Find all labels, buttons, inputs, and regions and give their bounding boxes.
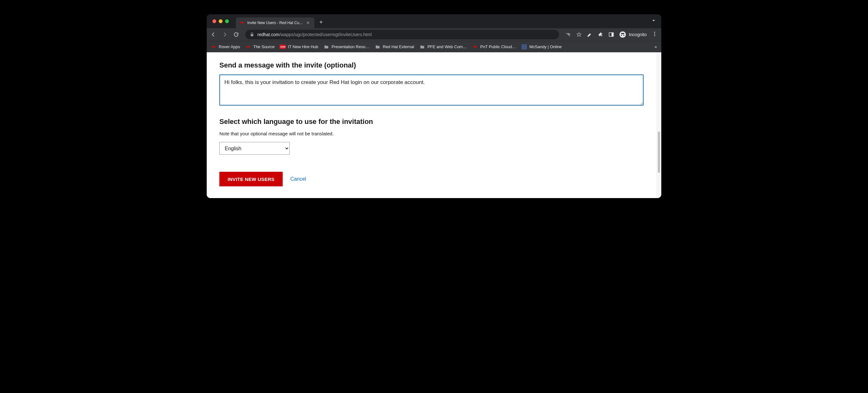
- forward-icon[interactable]: [222, 32, 227, 37]
- browser-window: Invite New Users - Red Hat Cu… ✕ + r: [207, 14, 661, 198]
- extensions-pen-icon[interactable]: [587, 32, 593, 37]
- folder-icon: [375, 45, 380, 50]
- url-text: redhat.com/wapps/ugc/protected/usermgt/i…: [257, 32, 372, 37]
- bookmarks-bar: Rover AppsThe SourcenowIT New Hire HubPr…: [207, 41, 661, 52]
- bookmark-item[interactable]: The Source: [246, 45, 275, 50]
- browser-tab[interactable]: Invite New Users - Red Hat Cu… ✕: [236, 18, 314, 28]
- incognito-label: Incognito: [629, 32, 647, 37]
- window-controls: [212, 19, 229, 23]
- nav-controls: [211, 32, 239, 37]
- bookmark-item[interactable]: Presentation Reso…: [324, 45, 369, 50]
- browser-toolbar: redhat.com/wapps/ugc/protected/usermgt/i…: [207, 28, 661, 41]
- language-note: Note that your optional message will not…: [219, 131, 644, 136]
- page-scrollbar[interactable]: [656, 52, 660, 198]
- bookmark-overflow-icon[interactable]: »: [655, 45, 657, 49]
- address-bar[interactable]: redhat.com/wapps/ugc/protected/usermgt/i…: [245, 30, 559, 39]
- grid-icon: [522, 45, 527, 50]
- bookmark-label: McSandy | Online: [529, 45, 562, 49]
- close-tab-icon[interactable]: ✕: [306, 21, 311, 25]
- bookmark-item[interactable]: McSandy | Online: [522, 45, 562, 50]
- bookmark-label: The Source: [253, 45, 275, 49]
- redhat-icon: [211, 45, 216, 50]
- url-path: /wapps/ugc/protected/usermgt/inviteUsers…: [280, 32, 372, 37]
- bookmark-item[interactable]: PnT Public Cloud…: [473, 45, 516, 50]
- svg-point-2: [620, 31, 626, 38]
- bookmark-item[interactable]: Red Hat External: [375, 45, 414, 50]
- bookmark-item[interactable]: PFE and Web Com…: [420, 45, 467, 50]
- bookmark-label: PnT Public Cloud…: [480, 45, 516, 49]
- language-select[interactable]: English: [219, 142, 290, 155]
- language-heading: Select which language to use for the inv…: [219, 118, 644, 126]
- redhat-icon: [246, 45, 251, 50]
- invite-new-users-button[interactable]: INVITE NEW USERS: [219, 172, 283, 186]
- form-actions: INVITE NEW USERS Cancel: [219, 172, 644, 186]
- cancel-link[interactable]: Cancel: [290, 176, 306, 182]
- bookmark-label: IT New Hire Hub: [288, 45, 318, 49]
- bookmark-label: PFE and Web Com…: [427, 45, 467, 49]
- message-heading: Send a message with the invite (optional…: [219, 61, 644, 69]
- url-domain: redhat.com: [257, 32, 280, 37]
- folder-icon: [420, 45, 425, 50]
- minimize-window-button[interactable]: [219, 19, 222, 23]
- extensions-puzzle-icon[interactable]: [598, 32, 603, 37]
- now-icon: now: [280, 45, 285, 50]
- bookmark-item[interactable]: Rover Apps: [211, 45, 240, 50]
- scrollbar-thumb[interactable]: [658, 132, 660, 173]
- tab-strip: Invite New Users - Red Hat Cu… ✕ +: [207, 14, 661, 28]
- bookmark-label: Presentation Reso…: [332, 45, 369, 49]
- svg-rect-1: [612, 33, 614, 36]
- bookmark-item[interactable]: nowIT New Hire Hub: [280, 45, 318, 50]
- bookmark-label: Red Hat External: [383, 45, 414, 49]
- bookmark-star-icon[interactable]: [576, 32, 582, 37]
- folder-icon: [324, 45, 329, 50]
- maximize-window-button[interactable]: [225, 19, 229, 23]
- redhat-icon: [473, 45, 478, 50]
- back-icon[interactable]: [211, 32, 216, 37]
- browser-menu-icon[interactable]: [652, 31, 657, 38]
- tab-search-icon[interactable]: [651, 18, 656, 24]
- close-window-button[interactable]: [212, 19, 216, 23]
- eye-off-icon[interactable]: [565, 32, 571, 37]
- svg-point-5: [654, 35, 655, 36]
- svg-rect-6: [522, 45, 526, 49]
- tab-title: Invite New Users - Red Hat Cu…: [247, 21, 303, 25]
- incognito-indicator[interactable]: Incognito: [619, 31, 647, 38]
- reload-icon[interactable]: [233, 32, 239, 37]
- svg-point-4: [654, 34, 655, 34]
- lock-icon: [250, 32, 254, 37]
- bookmark-label: Rover Apps: [219, 45, 240, 49]
- invite-message-textarea[interactable]: [219, 75, 644, 106]
- new-tab-button[interactable]: +: [319, 19, 323, 26]
- toolbar-right: Incognito: [565, 31, 657, 38]
- page-content: Send a message with the invite (optional…: [207, 52, 656, 198]
- page-viewport: Send a message with the invite (optional…: [207, 52, 661, 198]
- side-panel-icon[interactable]: [609, 32, 614, 37]
- tab-favicon-redhat-icon: [240, 20, 245, 25]
- svg-point-3: [654, 32, 655, 33]
